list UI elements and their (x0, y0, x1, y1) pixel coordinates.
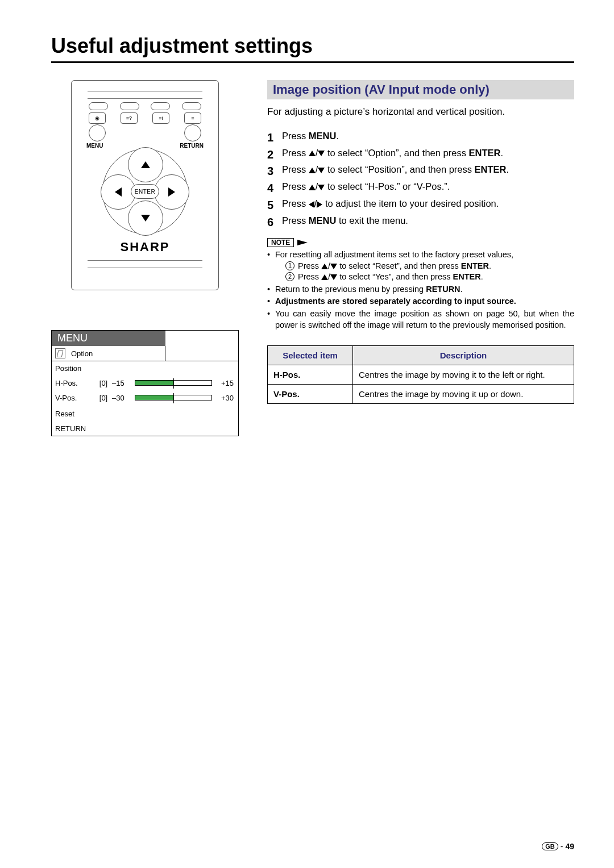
note-label: NOTE (267, 238, 294, 247)
osd-reset: Reset (55, 410, 74, 418)
step: 3 Press / to select “Position”, and then… (267, 163, 574, 177)
up-arrow-icon (321, 264, 328, 269)
note-text: to select “Yes”, and then press (337, 272, 453, 281)
up-arrow-icon (309, 168, 316, 173)
key-name: RETURN (426, 285, 460, 294)
osd-row-value: [0] (95, 394, 112, 402)
key-name: MENU (309, 215, 337, 226)
down-arrow-icon (318, 151, 325, 156)
remote-diagram: ◉ ≡? ≡i ≡ MENU RETURN (71, 80, 219, 290)
remote-small-button (89, 102, 108, 110)
step-text: to exit the menu. (336, 215, 408, 226)
up-arrow-icon (309, 151, 316, 156)
step-text: Press (282, 198, 309, 208)
note-text-bold: Adjustments are stored separately accord… (275, 297, 516, 306)
note-item: For resetting all adjustment items set t… (267, 249, 574, 283)
down-arrow-icon (330, 264, 337, 269)
page-title: Useful adjustment settings (51, 34, 574, 63)
step-text: Press (282, 131, 309, 141)
steps-list: 1 Press MENU. 2 Press / to select “Optio… (267, 130, 574, 228)
remote-enter-button: ENTER (131, 184, 159, 199)
description-table: Selected item Description H-Pos. Centres… (267, 345, 574, 404)
footer-sep: - (561, 842, 563, 851)
note-text: . (460, 285, 463, 294)
osd-tab: Option (71, 349, 93, 358)
page-number: 49 (565, 842, 574, 851)
osd-section: Position (55, 364, 81, 373)
osd-slider (135, 395, 212, 400)
note-text: . (481, 272, 483, 281)
left-arrow-icon (309, 201, 314, 208)
up-arrow-icon (321, 274, 328, 280)
down-arrow-icon (330, 274, 337, 280)
remote-menu-label: MENU (86, 143, 103, 149)
down-arrow-icon (318, 185, 325, 190)
note-text: . (489, 261, 491, 270)
note-arrow-icon (297, 240, 308, 245)
step-text: . (500, 148, 503, 158)
osd-row-value: [0] (95, 379, 112, 387)
table-desc: Centres the image by moving it to the le… (353, 365, 574, 385)
note-item: Adjustments are stored separately accord… (267, 296, 574, 307)
remote-icon-button: ≡i (152, 112, 169, 124)
remote-dpad-down (128, 201, 163, 236)
step: 1 Press MENU. (267, 130, 574, 143)
table-row: V-Pos. Centres the image by moving it up… (268, 385, 574, 404)
remote-dpad-right (154, 174, 189, 210)
step: 5 Press / to adjust the item to your des… (267, 197, 574, 211)
step-text: to select “Option”, and then press (325, 148, 468, 158)
option-icon (55, 348, 65, 358)
step-text: to select “Position”, and then press (325, 164, 474, 174)
region-badge: GB (542, 842, 558, 850)
remote-brand: SHARP (72, 240, 218, 254)
step: 4 Press / to select “H-Pos.” or “V-Pos.”… (267, 180, 574, 194)
note-item: You can easily move the image position a… (267, 308, 574, 331)
osd-row-max: +30 (212, 394, 235, 402)
table-row: H-Pos. Centres the image by moving it to… (268, 365, 574, 385)
remote-dpad: ENTER (102, 149, 188, 234)
step-text: Press (282, 148, 309, 158)
note-text: For resetting all adjustment items set t… (275, 250, 513, 259)
onscreen-menu: MENU Option Position H-Pos. [0] –15 +15 … (51, 330, 239, 436)
osd-row-max: +15 (212, 379, 235, 387)
notes-list: For resetting all adjustment items set t… (267, 249, 574, 331)
remote-return-label: RETURN (180, 143, 204, 149)
key-name: ENTER (469, 148, 501, 158)
remote-dpad-up (128, 147, 163, 182)
table-item: H-Pos. (268, 365, 353, 385)
section-intro: For adjusting a picture’s horizontal and… (267, 105, 574, 119)
up-arrow-icon (309, 185, 316, 190)
remote-small-button (151, 102, 170, 110)
osd-row-min: –15 (112, 379, 135, 387)
step-text: Press (282, 181, 309, 191)
down-arrow-icon (318, 168, 325, 173)
osd-row-label: H-Pos. (55, 379, 95, 387)
osd-row-min: –30 (112, 394, 135, 402)
osd-row-label: V-Pos. (55, 394, 95, 402)
key-name: ENTER (475, 164, 507, 174)
step-text: to select “H-Pos.” or “V-Pos.”. (325, 181, 450, 191)
note-text: Press (298, 261, 321, 270)
step-text: Press (282, 215, 309, 226)
table-head-item: Selected item (268, 346, 353, 365)
step-text: . (507, 164, 509, 174)
key-name: ENTER (461, 261, 489, 270)
remote-icon-button: ◉ (89, 112, 106, 124)
note-substep: 1 Press / to select “Reset”, and then pr… (285, 261, 574, 272)
note-text: You can easily move the image position a… (275, 309, 574, 329)
right-arrow-icon (317, 201, 322, 208)
step-text: to adjust the item to your desired posit… (322, 198, 499, 208)
note-substep: 2 Press / to select “Yes”, and then pres… (285, 272, 574, 283)
table-item: V-Pos. (268, 385, 353, 404)
step: 2 Press / to select “Option”, and then p… (267, 147, 574, 160)
note-text: Return to the previous menu by pressing (275, 285, 426, 294)
key-name: MENU (309, 131, 337, 141)
remote-icon-button: ≡? (121, 112, 138, 124)
key-name: ENTER (453, 272, 481, 281)
note-text: to select “Reset”, and then press (337, 261, 461, 270)
remote-return-button (184, 124, 201, 141)
step-text: Press (282, 164, 309, 174)
step: 6 Press MENU to exit the menu. (267, 214, 574, 228)
remote-small-button (182, 102, 201, 110)
note-item: Return to the previous menu by pressing … (267, 284, 574, 295)
